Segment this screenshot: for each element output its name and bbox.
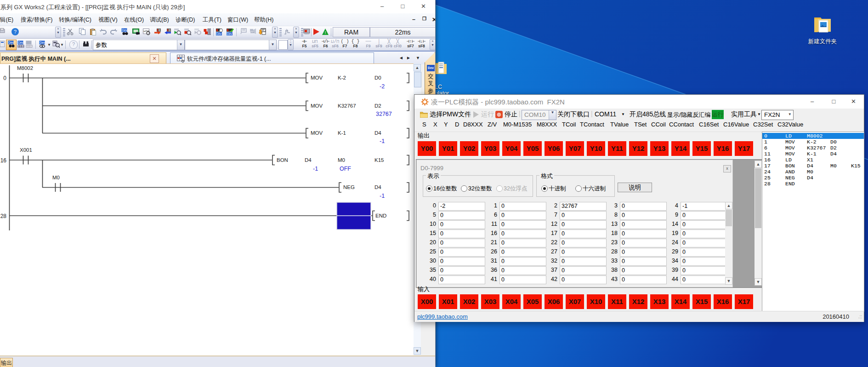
- svg-text:-1: -1: [313, 166, 318, 172]
- svg-text:-2: -2: [380, 83, 385, 90]
- svg-text:D0: D0: [374, 75, 381, 80]
- svg-text:Dev: Dev: [122, 29, 127, 32]
- svg-text:D4: D4: [305, 157, 312, 163]
- svg-text:K-1: K-1: [338, 130, 346, 136]
- svg-text:BON: BON: [277, 157, 288, 163]
- svg-text:D4: D4: [374, 130, 381, 136]
- svg-text:D2: D2: [374, 103, 381, 109]
- svg-text:NEG: NEG: [343, 184, 355, 190]
- svg-text:M8002: M8002: [17, 65, 33, 71]
- svg-text:Dev: Dev: [8, 41, 14, 44]
- svg-text:M0: M0: [338, 157, 345, 163]
- svg-text:MOV: MOV: [311, 130, 323, 136]
- svg-text:-1: -1: [380, 138, 385, 144]
- svg-text:Dev: Dev: [18, 41, 23, 44]
- svg-text:K-2: K-2: [338, 75, 346, 80]
- svg-text:X001: X001: [20, 147, 32, 153]
- svg-text:-1: -1: [380, 193, 385, 199]
- svg-text:Dev: Dev: [227, 32, 233, 35]
- svg-text:0: 0: [3, 75, 6, 81]
- svg-text:32767: 32767: [376, 111, 392, 117]
- svg-text:MOV: MOV: [311, 75, 323, 80]
- svg-text:28: 28: [0, 213, 7, 219]
- svg-text:OFF: OFF: [340, 166, 351, 172]
- svg-text:Dev: Dev: [40, 41, 45, 44]
- svg-text:Dev: Dev: [216, 32, 222, 35]
- svg-text:16: 16: [0, 157, 7, 164]
- svg-text:END: END: [375, 213, 386, 218]
- svg-text:K15: K15: [374, 157, 384, 163]
- svg-text:MOV: MOV: [311, 103, 323, 109]
- svg-text:M0: M0: [52, 175, 60, 180]
- svg-text:!: !: [325, 30, 326, 35]
- svg-text:D4: D4: [374, 184, 381, 190]
- svg-text:K32767: K32767: [338, 103, 356, 109]
